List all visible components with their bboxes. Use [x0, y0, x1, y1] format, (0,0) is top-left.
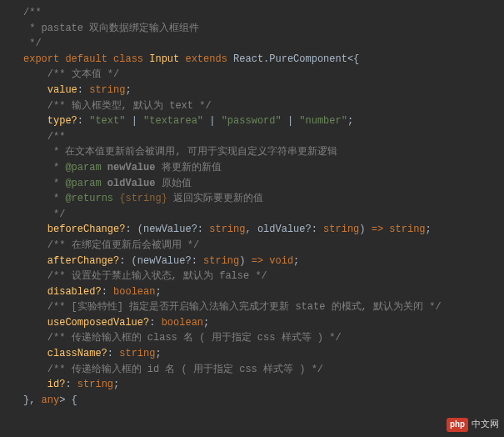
- watermark-text: 中文网: [472, 418, 499, 432]
- code-line: /** 传递给输入框的 id 名 ( 用于指定 css 样式等 ) */: [23, 362, 504, 378]
- code-line: beforeChange?: (newValue?: string, oldVa…: [23, 222, 504, 238]
- code-line: /** 输入框类型, 默认为 text */: [23, 98, 504, 114]
- code-line: useComposedValue?: boolean;: [23, 315, 504, 331]
- code-line: afterChange?: (newValue?: string) => voi…: [23, 254, 504, 269]
- code-line: */: [23, 207, 504, 223]
- code-block: /** * pastate 双向数据绑定输入框组件 */ export defa…: [23, 5, 504, 408]
- code-line: id?: string;: [23, 377, 504, 393]
- code-line: /** 在绑定值更新后会被调用 */: [23, 238, 504, 254]
- code-line: /** 文本值 */: [23, 67, 504, 83]
- code-line: className?: string;: [23, 346, 504, 362]
- code-line: /** 设置处于禁止输入状态, 默认为 false */: [23, 269, 504, 284]
- code-line: /** [实验特性] 指定是否开启输入法输入完成才更新 state 的模式, 默…: [23, 299, 504, 315]
- code-line: export default class Input extends React…: [23, 52, 504, 68]
- code-line: disabled?: boolean;: [23, 284, 504, 300]
- code-line: type?: "text" | "textarea" | "password" …: [23, 113, 504, 129]
- code-line: /**: [23, 129, 504, 145]
- watermark-logo: php: [447, 418, 468, 433]
- watermark: php 中文网: [447, 418, 499, 433]
- code-line: value: string;: [23, 83, 504, 98]
- code-line: /** 传递给输入框的 class 名 ( 用于指定 css 样式等 ) */: [23, 330, 504, 346]
- code-line: * pastate 双向数据绑定输入框组件: [23, 21, 504, 37]
- code-line: * @param newValue 将更新的新值: [23, 160, 504, 176]
- code-line: * @returns {string} 返回实际要更新的值: [23, 191, 504, 207]
- code-line: */: [23, 36, 504, 52]
- code-line: }, any> {: [23, 393, 504, 409]
- code-line: * 在文本值更新前会被调用, 可用于实现自定义字符串更新逻辑: [23, 144, 504, 160]
- code-line: * @param oldValue 原始值: [23, 176, 504, 192]
- code-line: /**: [23, 5, 504, 21]
